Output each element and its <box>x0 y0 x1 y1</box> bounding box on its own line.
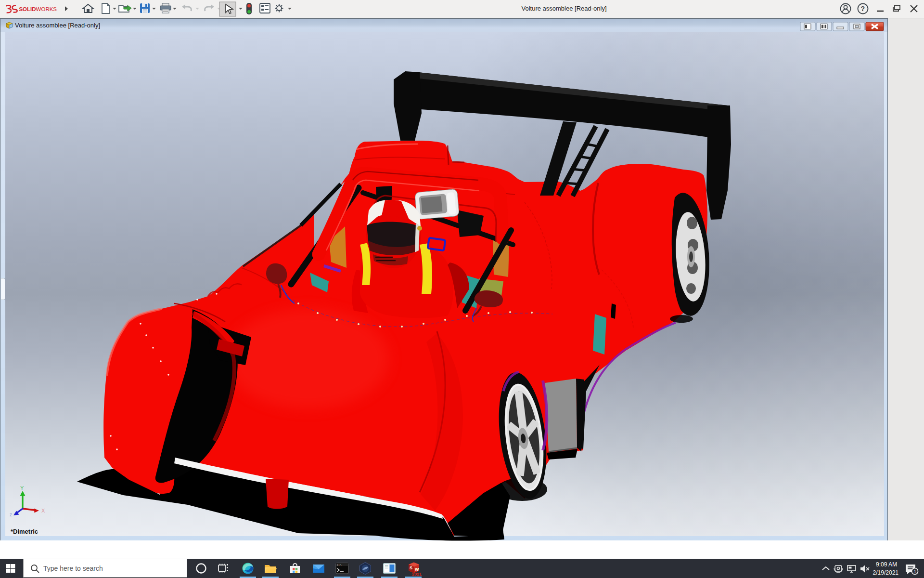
svg-text:z: z <box>10 512 12 517</box>
svg-text:*Dimetric: *Dimetric <box>11 528 38 535</box>
svg-text:2021: 2021 <box>412 572 422 577</box>
svg-text:X: X <box>41 508 45 513</box>
svg-text:C:\: C:\ <box>337 564 342 567</box>
svg-text:Y: Y <box>20 485 24 491</box>
svg-text:1: 1 <box>914 569 916 574</box>
svg-text:W: W <box>415 567 419 572</box>
svg-text:S: S <box>410 565 412 570</box>
